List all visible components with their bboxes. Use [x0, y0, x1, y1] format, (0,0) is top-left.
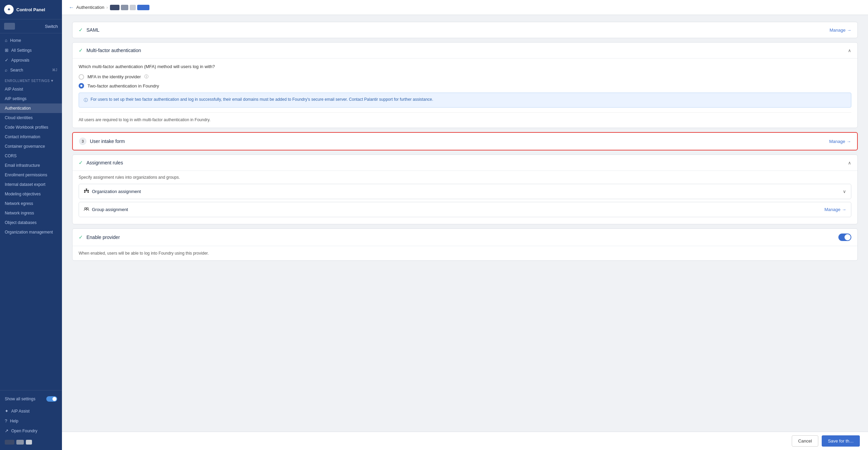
mfa-radio-foundry[interactable] — [79, 83, 84, 89]
sidebar-navigation: ⌂ Home ⊞ All Settings ✓ Approvals ⌕ Sear… — [0, 33, 62, 390]
group-assignment-label: Group assignment — [92, 207, 128, 212]
save-button[interactable]: Save for th… — [822, 435, 860, 447]
mfa-section: Which multi-factor authentication (MFA) … — [73, 58, 857, 128]
sidebar-item-label: AIP Assist — [11, 409, 30, 414]
sidebar-item-aip-assist[interactable]: AIP Assist — [0, 84, 62, 94]
assignment-rules-chevron-up-icon[interactable]: ∧ — [848, 160, 851, 165]
sidebar-item-search[interactable]: ⌕ Search ⌘J — [0, 65, 62, 75]
sidebar-item-container-governance[interactable]: Container governance — [0, 142, 62, 151]
sidebar-item-aip-settings[interactable]: AIP settings — [0, 94, 62, 103]
sidebar-item-label: Help — [10, 419, 18, 423]
user-intake-manage-link[interactable]: Manage → — [829, 139, 851, 144]
mfa-option-identity-provider[interactable]: MFA in the identity provider ⓘ — [79, 74, 851, 80]
sidebar-item-label: Enrollment permissions — [5, 173, 47, 177]
sidebar-item-organization-management[interactable]: Organization management — [0, 227, 62, 237]
organization-assignment-header[interactable]: Organization assignment ∨ — [79, 184, 851, 199]
home-icon: ⌂ — [5, 38, 7, 43]
svg-rect-1 — [86, 189, 87, 190]
enable-provider-header-left: ✓ Enable provider — [79, 234, 120, 240]
assignment-rules-label: Assignment rules — [86, 160, 123, 165]
mfa-chevron-up-icon[interactable]: ∧ — [848, 48, 851, 53]
mfa-option-foundry[interactable]: Two-factor authentication in Foundry — [79, 83, 851, 89]
show-all-settings-toggle-pill[interactable] — [46, 396, 57, 402]
mfa-header-left: ✓ Multi-factor authentication — [79, 47, 141, 53]
svg-point-11 — [87, 208, 89, 209]
check-icon: ✓ — [5, 58, 9, 63]
sidebar-item-label: Search — [10, 68, 23, 73]
main-area: ← Authentication › ✓ SAML Manage → — [62, 0, 868, 450]
user-intake-form-card: 3 User intake form Manage → — [72, 132, 858, 150]
group-assignment-header[interactable]: Group assignment Manage → — [79, 202, 851, 217]
mfa-info-text: For users to set up their two factor aut… — [91, 97, 433, 102]
sidebar-item-cors[interactable]: CORS — [0, 151, 62, 161]
breadcrumb-pills — [110, 5, 149, 10]
sidebar-item-internal-dataset-export[interactable]: Internal dataset export — [0, 180, 62, 189]
sidebar-item-label: Authentication — [5, 106, 31, 111]
enable-provider-header[interactable]: ✓ Enable provider — [73, 229, 857, 246]
sidebar-item-label: Cloud identities — [5, 115, 33, 120]
sidebar-header: ✦ Control Panel — [0, 0, 62, 19]
sidebar-item-object-databases[interactable]: Object databases — [0, 218, 62, 227]
saml-header-left: ✓ SAML — [79, 27, 99, 33]
saml-manage-label: Manage — [830, 28, 846, 33]
sidebar-item-approvals[interactable]: ✓ Approvals — [0, 55, 62, 65]
help-icon: ? — [5, 418, 7, 423]
group-assignment-left: Group assignment — [84, 206, 128, 213]
sidebar-item-label: Internal dataset export — [5, 182, 45, 187]
group-assignment-manage-link[interactable]: Manage → — [824, 207, 846, 212]
switch-label: Switch — [45, 24, 58, 29]
grid-icon: ⊞ — [5, 48, 9, 53]
sidebar-item-aip-assist-footer[interactable]: ✦ AIP Assist — [0, 406, 62, 416]
sidebar-item-help[interactable]: ? Help — [0, 416, 62, 426]
user-intake-header-left: 3 User intake form — [79, 138, 125, 145]
external-link-icon: ↗ — [5, 428, 9, 433]
sidebar-item-modeling-objectives[interactable]: Modeling objectives — [0, 189, 62, 199]
bottom-pills — [0, 437, 62, 447]
group-manage-arrow-icon: → — [842, 207, 846, 212]
org-assignment-chevron-down-icon[interactable]: ∨ — [843, 189, 846, 194]
assignment-section: Specify assignment rules into organizati… — [73, 171, 857, 224]
org-assignment-left: Organization assignment — [84, 188, 141, 195]
sidebar-item-label: CORS — [5, 154, 17, 158]
saml-card-header[interactable]: ✓ SAML Manage → — [73, 22, 857, 38]
info-box-icon: ⓘ — [84, 97, 88, 103]
enable-provider-card: ✓ Enable provider When enabled, users wi… — [72, 228, 858, 261]
enable-provider-description: When enabled, users will be able to log … — [79, 251, 851, 256]
sidebar-item-enrollment-permissions[interactable]: Enrollment permissions — [0, 170, 62, 180]
mfa-card-header[interactable]: ✓ Multi-factor authentication ∧ — [73, 43, 857, 58]
svg-rect-5 — [87, 192, 89, 193]
back-button[interactable]: ← — [69, 4, 74, 11]
mfa-note: All users are required to log in with mu… — [79, 112, 851, 122]
enable-provider-label: Enable provider — [86, 235, 120, 240]
user-intake-header[interactable]: 3 User intake form Manage → — [73, 133, 857, 150]
sidebar-item-open-foundry[interactable]: ↗ Open Foundry — [0, 426, 62, 436]
sidebar: ✦ Control Panel Switch ⌂ Home ⊞ All Sett… — [0, 0, 62, 450]
aip-assist-icon: ✦ — [5, 408, 9, 414]
saml-manage-link[interactable]: Manage → — [830, 28, 851, 33]
switch-section[interactable]: Switch — [0, 19, 62, 33]
sidebar-item-authentication[interactable]: Authentication — [0, 103, 62, 113]
sidebar-item-network-ingress[interactable]: Network ingress — [0, 208, 62, 218]
sidebar-item-contact-information[interactable]: Contact information — [0, 132, 62, 142]
mfa-question: Which multi-factor authentication (MFA) … — [79, 64, 851, 69]
enable-provider-toggle[interactable] — [838, 234, 851, 241]
search-shortcut: ⌘J — [52, 68, 57, 72]
sidebar-item-label: Container governance — [5, 144, 45, 149]
sidebar-item-cloud-identities[interactable]: Cloud identities — [0, 113, 62, 123]
assignment-rules-header[interactable]: ✓ Assignment rules ∧ — [73, 155, 857, 171]
mfa-radio-idp[interactable] — [79, 74, 84, 80]
sidebar-item-label: Email infrastructure — [5, 163, 40, 168]
organization-assignment-card: Organization assignment ∨ — [79, 184, 851, 199]
sidebar-item-all-settings[interactable]: ⊞ All Settings — [0, 45, 62, 55]
footer-links: ✦ AIP Assist ? Help ↗ Open Foundry — [0, 405, 62, 437]
sidebar-item-label: Contact information — [5, 134, 40, 139]
sidebar-item-network-egress[interactable]: Network egress — [0, 199, 62, 208]
breadcrumb-separator: › — [106, 5, 108, 10]
sidebar-item-code-workbook-profiles[interactable]: Code Workbook profiles — [0, 123, 62, 132]
cancel-button[interactable]: Cancel — [792, 435, 818, 447]
user-intake-arrow-icon: → — [847, 139, 851, 144]
show-all-settings-toggle[interactable]: Show all settings — [0, 393, 62, 405]
sidebar-item-home[interactable]: ⌂ Home — [0, 35, 62, 45]
action-bar: Cancel Save for th… — [62, 432, 868, 450]
sidebar-item-email-infrastructure[interactable]: Email infrastructure — [0, 161, 62, 170]
